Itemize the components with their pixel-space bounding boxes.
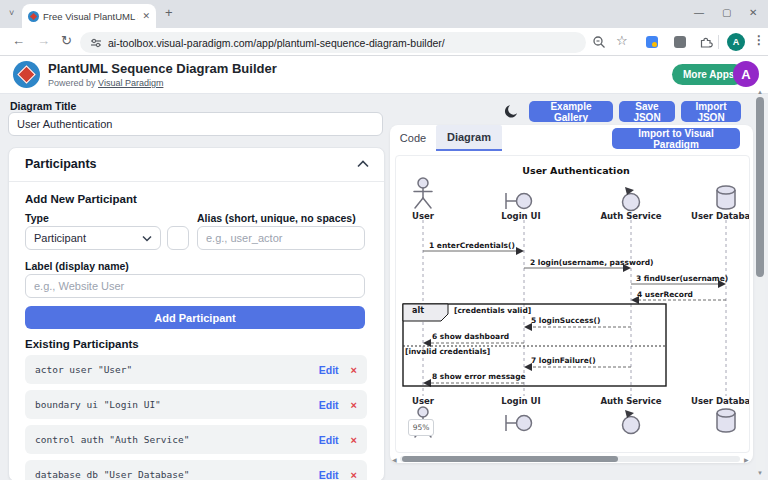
extension-gray-icon[interactable] xyxy=(674,36,686,48)
new-tab-button[interactable]: + xyxy=(165,5,173,20)
display-name-label: Label (display name) xyxy=(25,260,129,272)
participant-code: control auth "Auth Service" xyxy=(35,434,319,445)
participants-card-header[interactable]: Participants xyxy=(9,148,384,182)
browser-profile-avatar[interactable]: A xyxy=(727,33,745,51)
dark-mode-moon-icon[interactable] xyxy=(503,103,520,120)
vscroll-up-arrow[interactable]: ▲ xyxy=(757,89,763,95)
sequence-diagram-lines xyxy=(396,156,749,452)
boundary-icon xyxy=(503,190,533,212)
hscroll-thumb[interactable] xyxy=(402,456,618,462)
alt-condition-invalid: [invalid credentials] xyxy=(405,347,490,356)
participant-row: control auth "Auth Service" Edit × xyxy=(25,425,367,454)
add-new-heading: Add New Participant xyxy=(25,193,137,205)
vscroll-down-arrow[interactable]: ▼ xyxy=(757,470,763,476)
participants-card: Participants Add New Participant Type Al… xyxy=(8,147,385,480)
add-participant-button[interactable]: Add Participant xyxy=(25,306,365,329)
window-minimize-icon[interactable]: — xyxy=(694,7,704,18)
edit-link[interactable]: Edit xyxy=(319,469,339,480)
back-icon[interactable]: ← xyxy=(12,33,25,48)
browser-toolbar: ← → ↻ ai-toolbox.visual-paradigm.com/app… xyxy=(0,28,768,56)
hscroll-track[interactable] xyxy=(400,456,740,462)
hscroll-right-arrow[interactable]: ▶ xyxy=(744,456,749,463)
type-label: Type xyxy=(25,212,49,224)
sequence-diagram-canvas[interactable]: User Authentication xyxy=(395,155,750,453)
site-favicon-icon xyxy=(28,11,39,22)
diagram-panel: Code Diagram Import to Visual Paradigm xyxy=(390,125,753,463)
message-label: 3 findUser(username) xyxy=(636,274,728,283)
participant-label: User xyxy=(403,211,443,221)
browser-tab[interactable]: Free Visual PlantUML Sequence ✕ xyxy=(22,4,156,28)
type-select[interactable]: Participant xyxy=(25,226,161,250)
delete-icon[interactable]: × xyxy=(351,434,357,446)
forward-icon[interactable]: → xyxy=(37,33,50,48)
diagram-title-input[interactable] xyxy=(8,112,383,136)
import-json-button[interactable]: Import JSON xyxy=(681,101,741,122)
collapse-chevron-up-icon[interactable] xyxy=(357,160,369,168)
zoom-icon[interactable] xyxy=(592,35,606,49)
database-icon xyxy=(715,184,737,211)
message-label: 2 login(username, password) xyxy=(530,258,654,267)
tab-code[interactable]: Code xyxy=(390,125,436,151)
browser-menu-kebab-icon[interactable]: ⋮ xyxy=(753,33,765,47)
edit-link[interactable]: Edit xyxy=(319,434,339,446)
participant-row: boundary ui "Login UI" Edit × xyxy=(25,390,367,419)
existing-participants-heading: Existing Participants xyxy=(25,338,139,350)
participant-row: actor user "User" Edit × xyxy=(25,355,367,384)
vscroll-track[interactable] xyxy=(756,96,765,470)
powered-by: Powered by Visual Paradigm xyxy=(48,78,163,88)
participant-label: Auth Service xyxy=(596,211,666,221)
message-label: 7 loginFailure() xyxy=(531,356,596,365)
user-avatar[interactable]: A xyxy=(733,61,759,87)
visual-paradigm-link[interactable]: Visual Paradigm xyxy=(98,78,163,88)
tab-close-icon[interactable]: ✕ xyxy=(142,11,150,21)
visual-paradigm-logo xyxy=(13,61,40,88)
diagram-title: User Authentication xyxy=(466,165,686,176)
save-json-button[interactable]: Save JSON xyxy=(619,101,675,122)
example-gallery-button[interactable]: Example Gallery xyxy=(529,101,613,122)
window-maximize-icon[interactable]: ▢ xyxy=(722,7,731,18)
window-close-icon[interactable]: ✕ xyxy=(749,7,757,18)
participant-code: actor user "User" xyxy=(35,364,319,375)
tab-search-chevron-icon[interactable]: ˅ xyxy=(9,8,14,18)
delete-icon[interactable]: × xyxy=(351,469,357,480)
delete-icon[interactable]: × xyxy=(351,399,357,411)
url-bar[interactable]: ai-toolbox.visual-paradigm.com/app/plant… xyxy=(80,32,586,53)
display-name-input[interactable] xyxy=(25,274,365,298)
boundary-icon xyxy=(503,412,533,434)
participant-label: Login UI xyxy=(491,211,551,221)
tab-diagram[interactable]: Diagram xyxy=(436,125,502,151)
participant-code: boundary ui "Login UI" xyxy=(35,399,319,410)
database-icon xyxy=(715,407,737,434)
small-input-box[interactable] xyxy=(167,226,189,250)
alias-label: Alias (short, unique, no spaces) xyxy=(197,212,356,224)
actor-icon xyxy=(411,177,435,211)
participant-label: User xyxy=(403,396,443,406)
select-chevron-down-icon xyxy=(142,235,152,242)
edit-link[interactable]: Edit xyxy=(319,399,339,411)
app-title: PlantUML Sequence Diagram Builder xyxy=(48,61,277,76)
import-to-vp-button[interactable]: Import to Visual Paradigm xyxy=(612,128,740,149)
message-label: 1 enterCredentials() xyxy=(429,241,515,250)
site-settings-icon[interactable] xyxy=(90,37,102,49)
message-label: 8 show error message xyxy=(432,372,526,381)
alias-input[interactable] xyxy=(197,226,365,250)
participant-label: User Database xyxy=(691,211,750,221)
reload-icon[interactable]: ↻ xyxy=(61,33,72,48)
participants-title: Participants xyxy=(25,157,97,171)
control-icon xyxy=(620,186,642,212)
tab-title: Free Visual PlantUML Sequence xyxy=(43,11,138,22)
participant-label: Auth Service xyxy=(596,396,666,406)
extension-colored-icon[interactable] xyxy=(646,36,658,48)
extensions-puzzle-icon[interactable] xyxy=(699,35,713,49)
browser-tab-strip: ˅ Free Visual PlantUML Sequence ✕ + — ▢ … xyxy=(0,0,768,28)
bookmark-star-icon[interactable]: ☆ xyxy=(616,33,628,48)
alt-keyword: alt xyxy=(412,306,424,315)
diagram-title-label: Diagram Title xyxy=(10,100,76,112)
delete-icon[interactable]: × xyxy=(351,364,357,376)
zoom-level-badge: 95% xyxy=(408,419,434,436)
message-label: 4 userRecord xyxy=(637,290,693,299)
toolbar-divider xyxy=(718,35,719,49)
vscroll-thumb[interactable] xyxy=(756,97,764,277)
hscroll-left-arrow[interactable]: ◀ xyxy=(392,456,397,463)
edit-link[interactable]: Edit xyxy=(319,364,339,376)
